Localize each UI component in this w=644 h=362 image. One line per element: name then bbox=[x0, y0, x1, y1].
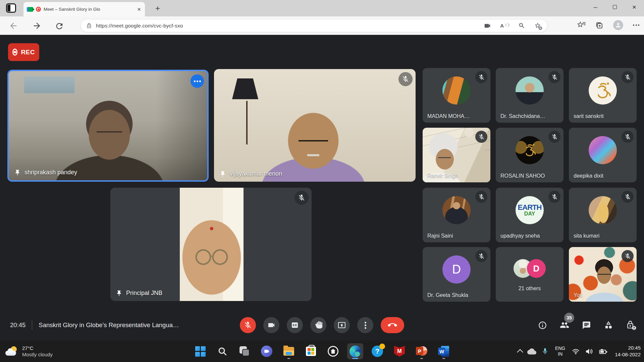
pin-icon bbox=[14, 169, 21, 176]
participant-tile-sita-kumari[interactable]: sita kumari bbox=[569, 188, 637, 242]
participant-name: Principal JNB bbox=[126, 290, 162, 297]
get-help-button[interactable]: ? bbox=[369, 343, 385, 359]
mcafee-button[interactable]: M bbox=[391, 343, 408, 359]
word-button[interactable]: W bbox=[436, 343, 452, 359]
participant-tile-ranvir-singh[interactable]: Ranvir Singh bbox=[423, 128, 490, 182]
avatar bbox=[589, 196, 617, 224]
tab-close-icon[interactable]: × bbox=[137, 6, 142, 12]
mic-toggle-button-muted[interactable] bbox=[240, 317, 256, 333]
video-feed bbox=[110, 188, 312, 301]
mic-muted-icon bbox=[475, 131, 487, 143]
clock-widget[interactable]: 20:45 14-08-2022 bbox=[615, 345, 641, 358]
video-tile-shriprakash-pandey[interactable]: shriprakash pandey bbox=[7, 70, 209, 182]
mic-muted-icon bbox=[475, 250, 487, 262]
wifi-icon[interactable] bbox=[572, 347, 580, 356]
windows-logo-icon bbox=[195, 346, 206, 357]
read-aloud-icon[interactable]: A bbox=[500, 23, 509, 28]
mic-in-use-icon[interactable] bbox=[541, 348, 549, 355]
weather-condition: Mostly cloudy bbox=[22, 351, 53, 358]
taskbar-center-icons: ? M P W bbox=[192, 341, 452, 362]
participant-tile-deepika-dixit[interactable]: deepika dixit bbox=[569, 128, 637, 182]
meeting-details-icon[interactable] bbox=[538, 321, 547, 330]
tab-title: Meet – Sanskrit Glory in Glo bbox=[44, 7, 134, 12]
forward-button[interactable] bbox=[32, 21, 42, 31]
refresh-button[interactable] bbox=[55, 21, 64, 31]
mic-muted-icon bbox=[475, 71, 487, 83]
chat-panel-icon[interactable] bbox=[582, 321, 591, 330]
edge-browser-button[interactable] bbox=[347, 343, 363, 359]
store-icon bbox=[306, 347, 316, 356]
window-minimize-button[interactable]: – bbox=[586, 0, 605, 14]
activities-icon[interactable] bbox=[604, 320, 613, 330]
battery-charging-icon[interactable] bbox=[598, 347, 608, 356]
om-icon bbox=[594, 82, 611, 99]
powerpoint-icon: P bbox=[416, 346, 427, 357]
avatar bbox=[442, 76, 471, 105]
onedrive-cloud-icon[interactable] bbox=[527, 347, 536, 356]
language-indicator[interactable]: ENG IN bbox=[555, 346, 565, 357]
participant-tile-rosalin-sahoo[interactable]: ROSALIN SAHOO bbox=[496, 128, 564, 182]
participant-name: deepika dixit bbox=[574, 173, 603, 179]
collections-icon[interactable] bbox=[595, 21, 603, 29]
video-tile-vijayakumar-menon[interactable]: vijayakumar menon bbox=[214, 69, 416, 182]
window-close-button[interactable]: × bbox=[625, 0, 644, 14]
browser-tab-meet[interactable]: Meet – Sanskrit Glory in Glo × bbox=[23, 2, 145, 16]
new-tab-button[interactable]: + bbox=[152, 3, 164, 14]
more-options-button[interactable] bbox=[357, 317, 373, 333]
settings-more-icon[interactable] bbox=[633, 24, 639, 26]
show-hidden-icons-chevron[interactable] bbox=[517, 349, 523, 355]
add-favorite-icon[interactable] bbox=[534, 22, 542, 29]
om-icon bbox=[523, 143, 536, 157]
camera-in-use-icon[interactable] bbox=[484, 22, 491, 29]
window-maximize-button[interactable] bbox=[605, 0, 625, 14]
participant-tile-madan[interactable]: MADAN MOHA… bbox=[423, 68, 490, 123]
powerpoint-button[interactable]: P bbox=[414, 343, 430, 359]
back-button[interactable] bbox=[9, 21, 18, 31]
participant-tile-sarit-sanskrit[interactable]: sarit sanskrit bbox=[569, 68, 637, 123]
teams-chat-button[interactable] bbox=[259, 343, 275, 359]
avatar-letter: D bbox=[533, 263, 540, 274]
browser-tab-strip: Meet – Sanskrit Glory in Glo × + – × bbox=[0, 0, 644, 16]
video-feed bbox=[9, 71, 207, 180]
tray-time: 20:45 bbox=[628, 345, 641, 351]
url-text: https://meet.google.com/cvc-bycf-sxo bbox=[96, 23, 480, 29]
participant-tile-upadhyay-sneha[interactable]: EARTH DAY upadhyay sneha bbox=[496, 188, 564, 242]
captions-button[interactable] bbox=[287, 317, 303, 333]
host-controls-button[interactable] bbox=[626, 320, 635, 330]
site-security-lock-icon[interactable] bbox=[86, 23, 92, 28]
file-explorer-button[interactable] bbox=[281, 343, 297, 359]
tile-options-menu-button[interactable] bbox=[191, 74, 204, 88]
participant-tile-geeta-shukla[interactable]: D Dr. Geeta Shukla bbox=[423, 247, 490, 302]
start-button[interactable] bbox=[192, 343, 208, 359]
browser-profile-avatar[interactable] bbox=[613, 20, 623, 30]
task-view-button[interactable] bbox=[236, 343, 253, 359]
home-app-button[interactable] bbox=[325, 343, 341, 359]
address-bar[interactable]: https://meet.google.com/cvc-bycf-sxo A bbox=[80, 19, 547, 32]
participant-tile-you[interactable]: You bbox=[569, 247, 637, 302]
raise-hand-button[interactable] bbox=[310, 317, 326, 333]
microsoft-store-button[interactable] bbox=[303, 343, 319, 359]
present-screen-button[interactable] bbox=[334, 317, 350, 333]
participant-name: You bbox=[574, 292, 583, 298]
weather-widget[interactable]: 27°C Mostly cloudy bbox=[5, 341, 53, 362]
avatar bbox=[516, 136, 544, 164]
video-tile-principal-jnb[interactable]: Principal JNB bbox=[110, 188, 312, 301]
avatar-letter: D bbox=[452, 262, 461, 277]
more-vert-icon bbox=[365, 324, 366, 326]
search-button[interactable] bbox=[214, 343, 230, 359]
leave-call-button[interactable] bbox=[381, 317, 404, 333]
mic-muted-icon bbox=[398, 72, 413, 86]
participant-tile-rajni-saini[interactable]: Rajni Saini bbox=[423, 188, 490, 242]
volume-icon[interactable] bbox=[585, 347, 593, 356]
camera-toggle-button[interactable] bbox=[263, 317, 279, 333]
zoom-out-icon[interactable] bbox=[518, 22, 525, 29]
participant-tile-sachchidana[interactable]: Dr. Sachchidana… bbox=[496, 68, 564, 123]
notification-dot bbox=[379, 344, 385, 349]
call-controls bbox=[240, 310, 404, 341]
mic-muted-icon bbox=[622, 191, 634, 203]
meeting-info-bar: 20:45 Sanskrit Glory in Globe’s Represen… bbox=[10, 310, 179, 341]
tab-actions-menu-icon[interactable] bbox=[6, 3, 16, 13]
favorites-icon[interactable] bbox=[577, 21, 585, 29]
show-participants-button[interactable]: 35 bbox=[560, 320, 569, 330]
participant-tile-21-others[interactable]: D 21 others bbox=[496, 247, 564, 302]
